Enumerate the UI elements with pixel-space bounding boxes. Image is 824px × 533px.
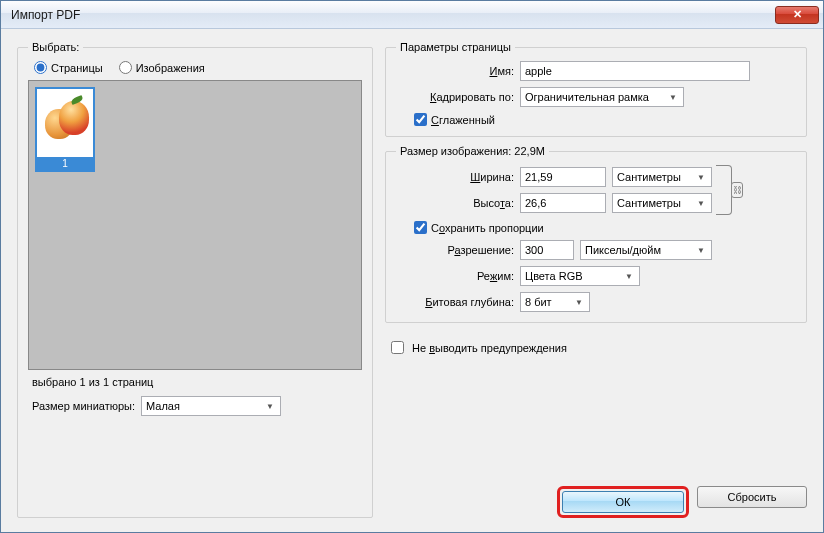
mode-select[interactable]: Цвета RGB ▼ xyxy=(520,266,640,286)
constrain-proportions-label: Сохранить пропорции xyxy=(431,222,544,234)
image-size-legend: Размер изображения: 22,9M xyxy=(396,145,549,157)
width-unit-select[interactable]: Сантиметры ▼ xyxy=(612,167,712,187)
chevron-down-icon: ▼ xyxy=(571,294,587,310)
height-input[interactable] xyxy=(520,193,606,213)
width-input[interactable] xyxy=(520,167,606,187)
chevron-down-icon: ▼ xyxy=(693,242,709,258)
page-thumbnail[interactable]: 1 xyxy=(35,87,95,172)
titlebar: Импорт PDF ✕ xyxy=(1,1,823,29)
close-icon: ✕ xyxy=(793,8,802,21)
chevron-down-icon: ▼ xyxy=(621,268,637,284)
resolution-input[interactable] xyxy=(520,240,574,260)
suppress-warnings-label: Не выводить предупреждения xyxy=(412,342,567,354)
crop-label: Кадрировать по: xyxy=(396,91,514,103)
select-legend: Выбрать: xyxy=(28,41,83,53)
close-button[interactable]: ✕ xyxy=(775,6,819,24)
select-fieldset: Выбрать: Страницы Изображения xyxy=(17,41,373,518)
width-label: Ширина: xyxy=(396,171,514,183)
image-size-fieldset: Размер изображения: 22,9M Ширина: Сантим… xyxy=(385,145,807,323)
ok-button[interactable]: ОК xyxy=(562,491,684,513)
suppress-warnings-checkbox[interactable] xyxy=(391,341,404,354)
mode-label: Режим: xyxy=(396,270,514,282)
chevron-down-icon: ▼ xyxy=(262,398,278,414)
crop-select[interactable]: Ограничительная рамка ▼ xyxy=(520,87,684,107)
thumbnail-index: 1 xyxy=(37,157,93,170)
thumbnail-preview xyxy=(37,89,93,157)
constrain-proportions-checkbox[interactable] xyxy=(414,221,427,234)
page-options-fieldset: Параметры страницы Имя: Кадрировать по: … xyxy=(385,41,807,137)
resolution-label: Разрешение: xyxy=(396,244,514,256)
depth-select[interactable]: 8 бит ▼ xyxy=(520,292,590,312)
antialias-label: Сглаженный xyxy=(431,114,495,126)
window-title: Импорт PDF xyxy=(11,8,775,22)
thumbsize-label: Размер миниатюры: xyxy=(32,400,135,412)
chain-link-icon: ⛓ xyxy=(731,182,743,198)
thumbnail-list[interactable]: 1 xyxy=(28,80,362,370)
radio-pages[interactable]: Страницы xyxy=(34,61,103,74)
radio-images-input[interactable] xyxy=(119,61,132,74)
selection-count-text: выбрано 1 из 1 страниц xyxy=(28,376,362,388)
page-options-legend: Параметры страницы xyxy=(396,41,515,53)
name-label: Имя: xyxy=(396,65,514,77)
chevron-down-icon: ▼ xyxy=(693,169,709,185)
reset-button[interactable]: Сбросить xyxy=(697,486,807,508)
name-input[interactable] xyxy=(520,61,750,81)
dimensions-link[interactable]: ⛓ xyxy=(716,165,732,215)
chevron-down-icon: ▼ xyxy=(693,195,709,211)
height-unit-select[interactable]: Сантиметры ▼ xyxy=(612,193,712,213)
radio-pages-input[interactable] xyxy=(34,61,47,74)
antialias-checkbox[interactable] xyxy=(414,113,427,126)
depth-label: Битовая глубина: xyxy=(396,296,514,308)
import-pdf-dialog: Импорт PDF ✕ Выбрать: Страницы Изображен… xyxy=(0,0,824,533)
ok-highlight: ОК xyxy=(557,486,689,518)
thumbsize-select[interactable]: Малая ▼ xyxy=(141,396,281,416)
height-label: Высота: xyxy=(396,197,514,209)
radio-images[interactable]: Изображения xyxy=(119,61,205,74)
resolution-unit-select[interactable]: Пикселы/дюйм ▼ xyxy=(580,240,712,260)
chevron-down-icon: ▼ xyxy=(665,89,681,105)
